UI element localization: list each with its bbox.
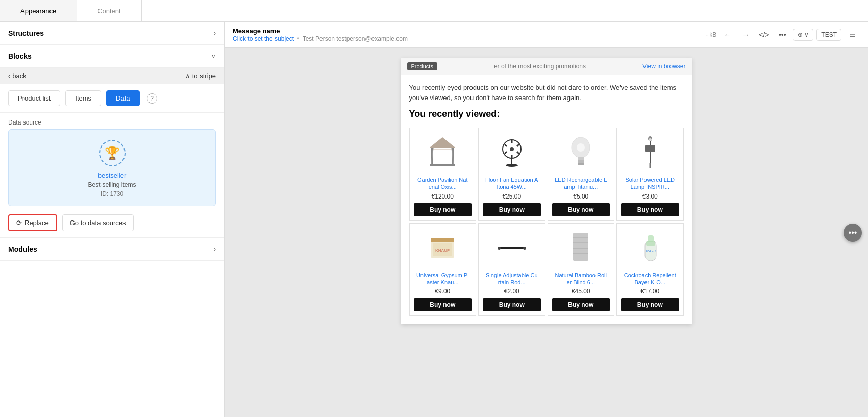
tab-data[interactable]: Data (106, 90, 139, 106)
chevron-down-icon: ∨ (804, 31, 809, 38)
blocks-section[interactable]: Blocks ∨ (0, 45, 224, 68)
product-price: €5.00 (573, 193, 588, 200)
action-buttons: ⟳ Replace Go to data sources (0, 212, 224, 237)
replace-icon: ⟳ (16, 219, 22, 227)
copy-button[interactable]: ▭ (845, 27, 860, 42)
product-price: €17.00 (640, 288, 659, 295)
svg-rect-35 (573, 233, 588, 261)
replace-button[interactable]: ⟳ Replace (8, 214, 57, 231)
product-price: €3.00 (642, 193, 658, 200)
buy-now-button[interactable]: Buy now (483, 298, 541, 311)
buy-now-button[interactable]: Buy now (414, 298, 472, 311)
product-name[interactable]: Cockroach Repellent Bayer K-O... (621, 272, 679, 286)
product-image (483, 132, 541, 173)
code-view-button[interactable]: </> (756, 27, 772, 42)
product-name[interactable]: Solar Powered LED Lamp INSPIR... (621, 176, 679, 191)
email-top-bar: Products er of the most exciting promoti… (401, 58, 692, 75)
svg-rect-42 (648, 235, 654, 242)
svg-marker-0 (430, 137, 455, 148)
svg-line-10 (517, 144, 519, 146)
svg-point-33 (498, 247, 501, 250)
tab-content[interactable]: Content (77, 0, 142, 21)
email-top-center: er of the most exciting promotions (494, 63, 586, 70)
buy-now-button[interactable]: Buy now (483, 203, 541, 216)
floating-action-button[interactable]: ••• (844, 224, 862, 242)
svg-line-14 (505, 144, 507, 146)
to-stripe-up-icon: ∧ (185, 72, 190, 80)
blocks-chevron-icon: ∨ (211, 53, 216, 60)
product-name[interactable]: Floor Fan Equation A ltona 45W... (483, 176, 541, 191)
svg-point-34 (523, 247, 526, 250)
tab-appearance[interactable]: Appearance (0, 0, 77, 21)
undo-button[interactable]: ← (720, 27, 735, 42)
buy-now-button[interactable]: Buy now (621, 203, 679, 216)
svg-point-21 (577, 143, 585, 152)
subject-prompt[interactable]: Click to set the subject (233, 35, 294, 42)
intro-text: You recently eyed products on our websit… (409, 83, 684, 103)
product-image (552, 132, 610, 173)
goto-datasources-button[interactable]: Go to data sources (62, 214, 134, 231)
datasource-name: bestseller (98, 171, 127, 179)
product-cell: LED Rechargeable L amp Titaniu... €5.00 … (548, 128, 615, 221)
structures-section[interactable]: Structures › (0, 22, 224, 45)
product-name[interactable]: Natural Bamboo Roll er Blind 6... (552, 272, 610, 286)
left-panel: Structures › Blocks ∨ ‹ back ∧ to stripe… (0, 22, 225, 417)
product-image (483, 228, 541, 268)
buy-now-button[interactable]: Buy now (414, 203, 472, 216)
right-content: Message name Click to set the subject • … (225, 22, 868, 417)
sub-tabs-row: Product list Items Data ? (0, 84, 224, 113)
svg-rect-20 (578, 163, 584, 165)
svg-point-26 (649, 138, 652, 141)
back-button[interactable]: ‹ back (8, 72, 27, 80)
buy-now-button[interactable]: Buy now (621, 298, 679, 311)
product-price: €45.00 (572, 288, 590, 295)
product-image: KNAUF (414, 228, 472, 268)
back-stripe: ‹ back ∧ to stripe (0, 68, 224, 84)
message-name: Message name (233, 27, 408, 35)
datasource-id: ID: 1730 (101, 190, 123, 198)
svg-rect-44 (646, 241, 655, 246)
language-button[interactable]: ⊕ ∨ (793, 29, 813, 41)
svg-point-8 (510, 147, 514, 151)
product-name[interactable]: Single Adjustable Cu rtain Rod... (483, 272, 541, 286)
view-in-browser-link[interactable]: View in browser (642, 63, 685, 70)
product-name[interactable]: LED Rechargeable L amp Titaniu... (552, 176, 610, 191)
preview-area: Products er of the most exciting promoti… (225, 48, 868, 417)
email-meta: Message name Click to set the subject • … (233, 27, 408, 42)
recipient: Test Person testperson@example.com (303, 35, 408, 42)
products-grid: Garden Pavilion Nat erial Oxis... €120.0… (409, 128, 684, 316)
svg-point-16 (506, 164, 518, 167)
tab-items[interactable]: Items (65, 90, 101, 106)
redo-button[interactable]: → (738, 27, 753, 42)
product-cell: Floor Fan Equation A ltona 45W... €25.00… (478, 128, 545, 221)
product-name[interactable]: Universal Gypsum Pl aster Knau... (414, 272, 472, 286)
to-stripe-button[interactable]: ∧ to stripe (185, 72, 216, 80)
product-cell: Garden Pavilion Nat erial Oxis... €120.0… (409, 128, 477, 221)
modules-chevron-icon: › (214, 246, 216, 253)
more-options-button[interactable]: ••• (775, 27, 790, 42)
product-price: €120.00 (432, 193, 454, 200)
structures-chevron-icon: › (214, 30, 216, 37)
modules-section[interactable]: Modules › (0, 238, 224, 261)
tab-product-list[interactable]: Product list (8, 90, 60, 106)
product-image (552, 228, 610, 268)
svg-rect-28 (431, 238, 454, 242)
product-cell: Natural Bamboo Roll er Blind 6... €45.00… (548, 223, 615, 316)
tab-content-label: Content (97, 7, 121, 15)
kb-label: - kB (706, 31, 716, 38)
buy-now-button[interactable]: Buy now (552, 298, 610, 311)
help-icon[interactable]: ? (147, 93, 157, 104)
product-name[interactable]: Garden Pavilion Nat erial Oxis... (414, 176, 472, 191)
toolbar-icons: - kB ← → </> ••• ⊕ ∨ TEST ▭ (706, 27, 860, 42)
datasource-label: Data source (0, 113, 224, 129)
product-price: €2.00 (504, 288, 519, 295)
test-button[interactable]: TEST (816, 29, 841, 41)
trophy-icon: 🏆 (99, 140, 126, 166)
to-stripe-label: to stripe (192, 72, 216, 80)
buy-now-button[interactable]: Buy now (552, 203, 610, 216)
products-badge: Products (407, 62, 437, 70)
blocks-title: Blocks (8, 52, 32, 60)
back-chevron-icon: ‹ (8, 72, 10, 80)
product-image: BAYER (621, 228, 679, 268)
email-header-bar: Message name Click to set the subject • … (225, 22, 868, 48)
